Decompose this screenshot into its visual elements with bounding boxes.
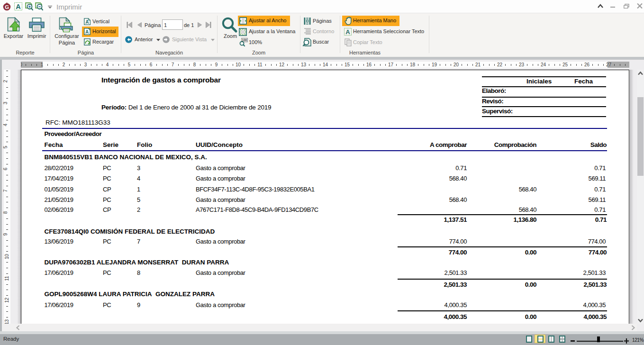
svg-text:A: A (345, 28, 350, 36)
svg-text:A: A (85, 19, 89, 25)
svg-text:A: A (16, 3, 21, 10)
svg-text:A: A (85, 29, 89, 35)
svg-text:G: G (5, 4, 9, 10)
